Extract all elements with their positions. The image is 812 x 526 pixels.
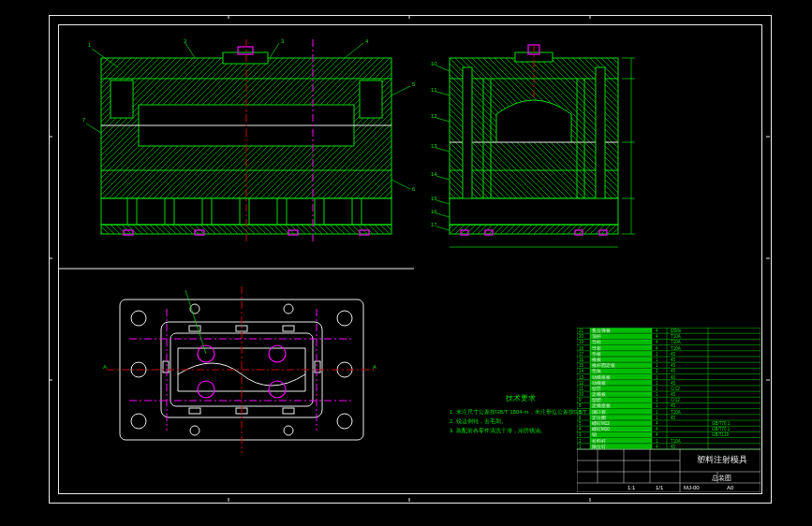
parts-list-cell: 65Mn [671,329,682,333]
parts-list-cell: 12 [579,381,584,386]
svg-point-95 [131,311,146,326]
parts-list-cell: GB/T70.1 [712,427,731,431]
parts-list-cell: T10A [671,346,681,351]
svg-point-97 [131,414,146,429]
parts-list-cell: T10A [671,439,681,444]
callout: 14 [431,171,437,177]
parts-list-cell: Cr12 [671,398,680,402]
parts-list-cell: 4 [656,421,658,426]
parts-list-cell: 型芯 [592,386,601,391]
parts-list-cell: GB/T70.1 [712,421,731,426]
svg-line-86 [436,92,450,95]
parts-list-cell: T10A [671,334,681,339]
parts-list-cell: 45 [671,403,676,408]
parts-list-cell: 垫板 [592,351,601,357]
parts-list-cell: 1 [656,387,658,391]
parts-list-cell: 1 [656,416,658,420]
parts-list-cell: 19 [579,340,584,344]
parts-list-cell: 限位钉 [592,444,606,449]
svg-line-85 [436,66,450,71]
parts-list-cell: 45 [671,363,676,368]
svg-rect-71 [450,198,618,225]
svg-line-53 [391,86,410,95]
parts-list-cell: 15 [579,363,584,368]
parts-list-cell: 垫块 [592,368,601,373]
svg-line-88 [436,148,450,152]
parts-list-cell: 6 [579,416,582,420]
svg-point-102 [284,304,293,314]
drawing-subtitle: 总装图 [711,475,731,481]
svg-rect-19 [360,80,382,118]
parts-list-cell: 1 [656,363,658,368]
parts-list-cell: GB/T119 [712,432,730,437]
parts-list-cell: 16 [579,358,584,362]
parts-list-cell: 动模板 [592,380,606,386]
svg-point-98 [337,311,352,326]
parts-list-cell: 1 [656,410,658,415]
svg-point-104 [284,426,293,435]
svg-rect-66 [596,67,605,217]
callout: 5 [412,81,416,87]
callout: 17 [431,222,437,227]
svg-rect-73 [450,225,618,234]
parts-list-cell: 1 [656,375,658,380]
callout: 2 [184,39,187,44]
callout: 10 [431,61,437,66]
svg-rect-116 [283,408,294,414]
svg-line-54 [391,180,410,189]
svg-point-100 [337,414,352,429]
parts-list-cell: 7 [579,410,582,415]
parts-list-cell: 1 [656,392,658,397]
parts-list-cell: 8 [579,403,582,408]
svg-rect-114 [189,408,200,414]
svg-line-50 [185,43,195,58]
parts-list-cell: 4 [579,427,582,431]
parts-list-cell: 13 [579,375,584,380]
fold-line [58,268,414,270]
callout: 1 [88,42,92,48]
parts-list-cell: 3 [579,432,582,437]
parts-list-cell: 45 [671,369,676,373]
parts-list-cell: 45 [671,445,676,449]
parts-list-cell: 45 [671,392,676,397]
cad-canvas[interactable]: 1 2 3 4 5 6 7 [0,0,812,526]
parts-list-cell: Cr12 [671,387,680,391]
svg-line-90 [436,200,450,204]
parts-list-cell: 11 [579,387,584,391]
parts-list-cell: 45 [671,381,676,386]
parts-list-cell: 20 [579,334,584,339]
parts-list-cell: 4 [656,340,658,344]
svg-rect-169 [590,432,652,437]
sheet: 1/1 [656,485,664,490]
parts-list-cell: 14 [579,369,584,373]
parts-list-cell: 10 [579,392,584,397]
parts-list-cell: 导套 [592,345,601,351]
sheet-format: A0 [727,485,734,490]
main-title-block: 塑料注射模具 总装图 MJ-00 A0 1:1 1/1 [577,449,760,492]
parts-list-cell: 动模座板 [592,374,611,380]
svg-line-91 [436,213,450,217]
parts-list-cell: 定模板 [592,391,606,397]
callout: 15 [431,196,437,201]
parts-list-cell: 4 [656,346,658,351]
parts-list-cell: 1 [579,445,582,449]
svg-rect-118 [315,361,320,373]
svg-line-92 [436,226,450,230]
title-block: 21复位弹簧465Mn20顶杆4T10A19导柱4T10A18导套4T10A17… [577,328,760,492]
callout: 12 [431,113,437,119]
parts-list-cell: 18 [579,346,584,351]
parts-list-cell: 9 [579,398,582,402]
parts-list-cell: 拉料杆 [592,438,606,444]
parts-list-cell: 1 [656,352,658,357]
parts-list-cell: 4 [656,432,658,437]
tech-req-line: 3. 装配前各零件清洗干净，涂防锈油。 [450,428,546,433]
parts-list-cell: 4 [656,334,658,339]
svg-line-87 [436,118,450,122]
parts-list-cell: 2 [656,369,658,373]
front-section-view: 1 2 3 4 5 6 7 [82,39,420,245]
callout: 3 [281,39,285,44]
svg-point-109 [198,381,214,398]
parts-list-cell: 推板 [592,357,601,362]
parts-list-cell: 1 [656,381,658,386]
svg-line-52 [345,43,363,58]
